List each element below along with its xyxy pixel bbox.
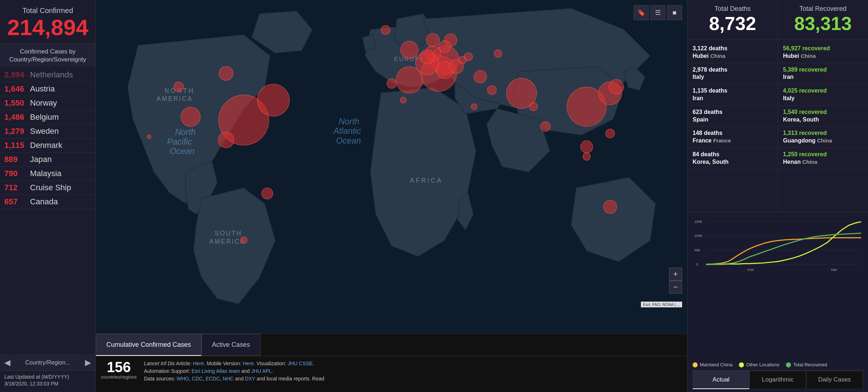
deaths-list: 3,122 deathsHubei China2,978 deathsItaly… <box>688 40 778 212</box>
total-recovered-value: 83,313 <box>784 13 861 34</box>
map-zoom-controls: + − <box>669 268 682 294</box>
svg-text:Pacific: Pacific <box>167 137 192 146</box>
legend-dot <box>693 362 698 367</box>
list-button[interactable]: ☰ <box>650 5 665 20</box>
country-list-item[interactable]: 1,115Denmark <box>0 139 95 153</box>
country-list-item[interactable]: 657Canada <box>0 195 95 209</box>
recovered-list-item: 1,313 recoveredGuangdong China <box>778 127 868 148</box>
svg-text:Feb: Feb <box>748 267 754 271</box>
map-area[interactable]: North Pacific Ocean North Atlantic Ocean… <box>96 0 687 333</box>
article-link[interactable]: Here <box>193 361 204 366</box>
countries-label: countries/regions <box>101 374 137 380</box>
deaths-list-item: 623 deathsSpain <box>688 106 778 127</box>
nav-controls: ◀ Country/Region... ▶ <box>0 355 95 370</box>
recovered-list-item: 56,927 recoveredHubei China <box>778 42 868 63</box>
svg-text:NORTH: NORTH <box>165 87 195 94</box>
country-list-item[interactable]: 889Japan <box>0 153 95 167</box>
bottom-description: Lancet Inf Dis Article: Here. Mobile Ver… <box>144 360 682 383</box>
esri-attribution: Esri, FAO, NOAA | ... <box>641 302 682 307</box>
svg-text:AMERICA: AMERICA <box>157 95 193 102</box>
cases-by-country-title: Confirmed Cases by Country/Region/Sovere… <box>0 43 95 67</box>
deaths-list-item: 2,978 deathsItaly <box>688 63 778 85</box>
countries-count-box: 156 countries/regions <box>101 360 137 380</box>
svg-text:North: North <box>339 117 359 126</box>
jhu-csse-link[interactable]: JHU CSSE <box>288 361 312 366</box>
zoom-in-button[interactable]: + <box>669 268 682 281</box>
tab-active-cases[interactable]: Active Cases <box>201 334 260 356</box>
recovered-list-item: 5,389 recoveredIran <box>778 63 868 85</box>
recovered-list-item: 1,540 recoveredKorea, South <box>778 106 868 127</box>
bottom-info-bar: 156 countries/regions Lancet Inf Dis Art… <box>96 356 687 392</box>
recovered-list-item: 4,025 recoveredItaly <box>778 84 868 106</box>
country-list-container[interactable]: 2,994Netherlands1,646Austria1,550Norway1… <box>0 67 95 355</box>
cases-by-country-section: Confirmed Cases by Country/Region/Sovere… <box>0 43 95 355</box>
countries-count: 156 <box>107 360 131 374</box>
svg-text:AMERICA: AMERICA <box>209 238 246 245</box>
legend-dot <box>739 362 744 367</box>
chart-section: 150k 100k 50k 0 Feb Mar <box>688 213 868 392</box>
country-list-item[interactable]: 790Malaysia <box>0 167 95 181</box>
total-recovered-label: Total Recovered <box>784 5 861 13</box>
who-link[interactable]: WHO <box>176 376 189 382</box>
legend-item: Total Recovered <box>786 362 827 367</box>
svg-text:Ocean: Ocean <box>170 146 195 156</box>
dxy-link[interactable]: DXY <box>245 376 255 382</box>
svg-text:0: 0 <box>696 262 698 266</box>
total-confirmed-label: Total Confirmed <box>7 7 88 15</box>
zoom-out-button[interactable]: − <box>669 281 682 294</box>
jhu-apl-link[interactable]: JHU APL <box>251 368 272 374</box>
svg-text:150k: 150k <box>694 220 702 223</box>
svg-rect-13 <box>693 217 863 274</box>
map-tabs-bar: Cumulative Confirmed Cases Active Cases <box>96 333 687 356</box>
right-middle: 3,122 deathsHubei China2,978 deathsItaly… <box>688 40 868 213</box>
right-top-stats: Total Deaths 8,732 Total Recovered 83,31… <box>688 0 868 40</box>
right-panel: Total Deaths 8,732 Total Recovered 83,31… <box>687 0 868 392</box>
total-confirmed-box: Total Confirmed 214,894 <box>0 0 95 43</box>
svg-text:North: North <box>175 127 196 137</box>
svg-text:Mar: Mar <box>831 267 838 271</box>
country-list-item[interactable]: 1,646Austria <box>0 82 95 96</box>
legend-item: Mainland China <box>693 362 732 367</box>
bookmark-button[interactable]: 🔖 <box>634 5 649 20</box>
chart-tab-logarithmic[interactable]: Logarithmic <box>749 371 806 389</box>
total-deaths-value: 8,732 <box>694 13 771 34</box>
legend-dot <box>786 362 791 367</box>
nav-prev-button[interactable]: ◀ <box>4 358 10 367</box>
center-map: North Pacific Ocean North Atlantic Ocean… <box>96 0 687 392</box>
chart-legend: Mainland ChinaOther LocationsTotal Recov… <box>693 362 863 367</box>
country-list-item[interactable]: 1,550Norway <box>0 96 95 110</box>
last-updated-text: Last Updated at (M/D/YYYY) 3/18/2020, 12… <box>4 374 91 388</box>
total-confirmed-value: 214,894 <box>7 16 88 39</box>
cdc-link[interactable]: CDC <box>192 376 203 382</box>
svg-text:Ocean: Ocean <box>336 136 361 145</box>
recovered-list: 56,927 recoveredHubei China5,389 recover… <box>778 40 868 212</box>
nav-label: Country/Region... <box>25 359 71 366</box>
chart-tab-daily-cases[interactable]: Daily Cases <box>806 371 863 389</box>
last-updated: Last Updated at (M/D/YYYY) 3/18/2020, 12… <box>0 370 95 392</box>
country-list-item[interactable]: 2,994Netherlands <box>0 68 95 82</box>
recovered-list-item: 1,250 recoveredHenan China <box>778 148 868 169</box>
svg-text:SOUTH: SOUTH <box>214 230 242 237</box>
country-list-item[interactable]: 1,279Sweden <box>0 124 95 139</box>
chart-tab-actual[interactable]: Actual <box>693 371 749 389</box>
chart-canvas: 150k 100k 50k 0 Feb Mar <box>693 217 863 359</box>
ecdc-link[interactable]: ECDC <box>205 376 220 382</box>
nhc-link[interactable]: NHC <box>223 376 234 382</box>
country-list-item[interactable]: 1,486Belgium <box>0 110 95 124</box>
lancet-text: Lancet Inf Dis Article: <box>144 361 193 366</box>
svg-text:Atlantic: Atlantic <box>333 126 361 136</box>
total-recovered-box: Total Recovered 83,313 <box>778 0 868 39</box>
country-list-item[interactable]: 712Cruise Ship <box>0 181 95 195</box>
svg-text:50k: 50k <box>694 248 700 252</box>
esri-atlas-link[interactable]: Esri Living Atlas team <box>192 368 240 374</box>
legend-item: Other Locations <box>739 362 779 367</box>
nav-next-button[interactable]: ▶ <box>85 358 91 367</box>
svg-text:100k: 100k <box>694 234 702 238</box>
deaths-list-item: 1,135 deathsIran <box>688 84 778 106</box>
chart-tabs: Actual Logarithmic Daily Cases <box>693 370 863 389</box>
tab-cumulative-confirmed[interactable]: Cumulative Confirmed Cases <box>96 334 201 356</box>
world-map: North Pacific Ocean North Atlantic Ocean… <box>96 0 687 333</box>
qr-button[interactable]: ■ <box>667 5 682 20</box>
chart-svg: 150k 100k 50k 0 Feb Mar <box>693 217 863 275</box>
mobile-link[interactable]: Here <box>243 361 254 366</box>
